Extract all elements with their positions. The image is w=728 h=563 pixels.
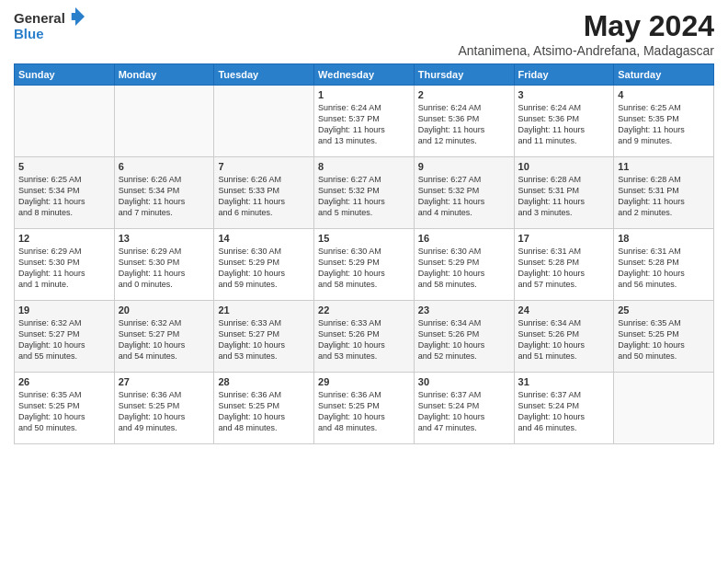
calendar-cell: 7Sunrise: 6:26 AM Sunset: 5:33 PM Daylig… <box>214 157 314 229</box>
day-number: 14 <box>218 233 310 244</box>
day-number: 18 <box>618 233 710 244</box>
day-info: Sunrise: 6:25 AM Sunset: 5:35 PM Dayligh… <box>618 102 710 147</box>
day-info: Sunrise: 6:35 AM Sunset: 5:25 PM Dayligh… <box>618 317 710 362</box>
day-number: 21 <box>218 304 310 316</box>
calendar-cell: 6Sunrise: 6:26 AM Sunset: 5:34 PM Daylig… <box>114 157 214 229</box>
day-number: 31 <box>518 376 610 387</box>
day-info: Sunrise: 6:27 AM Sunset: 5:32 PM Dayligh… <box>318 174 410 219</box>
calendar-cell: 18Sunrise: 6:31 AM Sunset: 5:28 PM Dayli… <box>614 229 714 301</box>
day-number: 25 <box>618 304 710 316</box>
svg-marker-1 <box>75 7 85 26</box>
day-info: Sunrise: 6:35 AM Sunset: 5:25 PM Dayligh… <box>18 389 110 434</box>
calendar-cell <box>114 86 214 157</box>
calendar-cell: 22Sunrise: 6:33 AM Sunset: 5:26 PM Dayli… <box>314 301 415 373</box>
day-info: Sunrise: 6:34 AM Sunset: 5:26 PM Dayligh… <box>418 317 510 362</box>
title-area: May 2024 Antanimena, Atsimo-Andrefana, M… <box>458 9 714 58</box>
day-info: Sunrise: 6:37 AM Sunset: 5:24 PM Dayligh… <box>418 389 510 434</box>
day-number: 22 <box>318 304 410 316</box>
calendar-cell: 16Sunrise: 6:30 AM Sunset: 5:29 PM Dayli… <box>414 229 514 301</box>
day-number: 10 <box>518 161 610 172</box>
day-number: 23 <box>418 304 510 316</box>
day-number: 30 <box>418 376 510 387</box>
calendar-cell: 31Sunrise: 6:37 AM Sunset: 5:24 PM Dayli… <box>514 373 614 444</box>
day-number: 19 <box>18 304 110 316</box>
month-year: May 2024 <box>458 9 714 43</box>
day-number: 9 <box>418 161 510 172</box>
day-info: Sunrise: 6:24 AM Sunset: 5:36 PM Dayligh… <box>518 102 610 147</box>
calendar-cell: 26Sunrise: 6:35 AM Sunset: 5:25 PM Dayli… <box>15 373 115 444</box>
day-info: Sunrise: 6:27 AM Sunset: 5:32 PM Dayligh… <box>418 174 510 219</box>
calendar-cell <box>214 86 314 157</box>
day-info: Sunrise: 6:33 AM Sunset: 5:27 PM Dayligh… <box>218 317 310 362</box>
day-info: Sunrise: 6:28 AM Sunset: 5:31 PM Dayligh… <box>518 174 610 219</box>
day-number: 2 <box>418 89 510 100</box>
location: Antanimena, Atsimo-Andrefana, Madagascar <box>458 43 714 58</box>
day-info: Sunrise: 6:29 AM Sunset: 5:30 PM Dayligh… <box>18 246 110 291</box>
day-info: Sunrise: 6:36 AM Sunset: 5:25 PM Dayligh… <box>119 389 210 434</box>
logo-blue: Blue <box>14 26 44 41</box>
day-number: 6 <box>119 161 210 172</box>
calendar-cell <box>15 86 115 157</box>
calendar-cell: 30Sunrise: 6:37 AM Sunset: 5:24 PM Dayli… <box>414 373 514 444</box>
day-info: Sunrise: 6:32 AM Sunset: 5:27 PM Dayligh… <box>18 317 110 362</box>
calendar-table: Sunday Monday Tuesday Wednesday Thursday… <box>14 63 714 444</box>
calendar-cell: 27Sunrise: 6:36 AM Sunset: 5:25 PM Dayli… <box>114 373 214 444</box>
day-number: 28 <box>218 376 310 387</box>
calendar-cell: 10Sunrise: 6:28 AM Sunset: 5:31 PM Dayli… <box>514 157 614 229</box>
day-info: Sunrise: 6:29 AM Sunset: 5:30 PM Dayligh… <box>119 246 210 291</box>
day-number: 5 <box>18 161 110 172</box>
day-number: 16 <box>418 233 510 244</box>
calendar-week-5: 26Sunrise: 6:35 AM Sunset: 5:25 PM Dayli… <box>15 373 714 444</box>
day-number: 27 <box>119 376 210 387</box>
calendar-cell: 8Sunrise: 6:27 AM Sunset: 5:32 PM Daylig… <box>314 157 415 229</box>
day-number: 17 <box>518 233 610 244</box>
day-number: 13 <box>119 233 210 244</box>
day-number: 8 <box>318 161 410 172</box>
calendar-cell: 17Sunrise: 6:31 AM Sunset: 5:28 PM Dayli… <box>514 229 614 301</box>
day-info: Sunrise: 6:28 AM Sunset: 5:31 PM Dayligh… <box>618 174 710 219</box>
calendar-week-4: 19Sunrise: 6:32 AM Sunset: 5:27 PM Dayli… <box>15 301 714 373</box>
header-tuesday: Tuesday <box>214 64 314 86</box>
day-info: Sunrise: 6:33 AM Sunset: 5:26 PM Dayligh… <box>318 317 410 362</box>
header-saturday: Saturday <box>614 64 714 86</box>
calendar-cell: 12Sunrise: 6:29 AM Sunset: 5:30 PM Dayli… <box>15 229 115 301</box>
calendar-cell: 9Sunrise: 6:27 AM Sunset: 5:32 PM Daylig… <box>414 157 514 229</box>
header-monday: Monday <box>114 64 214 86</box>
calendar-cell: 1Sunrise: 6:24 AM Sunset: 5:37 PM Daylig… <box>314 86 415 157</box>
day-info: Sunrise: 6:37 AM Sunset: 5:24 PM Dayligh… <box>518 389 610 434</box>
calendar-cell: 23Sunrise: 6:34 AM Sunset: 5:26 PM Dayli… <box>414 301 514 373</box>
day-info: Sunrise: 6:26 AM Sunset: 5:34 PM Dayligh… <box>119 174 210 219</box>
calendar-week-3: 12Sunrise: 6:29 AM Sunset: 5:30 PM Dayli… <box>15 229 714 301</box>
day-info: Sunrise: 6:26 AM Sunset: 5:33 PM Dayligh… <box>218 174 310 219</box>
day-info: Sunrise: 6:36 AM Sunset: 5:25 PM Dayligh… <box>218 389 310 434</box>
calendar-week-2: 5Sunrise: 6:25 AM Sunset: 5:34 PM Daylig… <box>15 157 714 229</box>
day-info: Sunrise: 6:31 AM Sunset: 5:28 PM Dayligh… <box>518 246 610 291</box>
day-number: 26 <box>18 376 110 387</box>
day-number: 4 <box>618 89 710 100</box>
day-number: 15 <box>318 233 410 244</box>
header-sunday: Sunday <box>15 64 115 86</box>
header: General Blue May 2024 Antanimena, Atsimo… <box>14 9 714 58</box>
calendar-cell: 24Sunrise: 6:34 AM Sunset: 5:26 PM Dayli… <box>514 301 614 373</box>
header-friday: Friday <box>514 64 614 86</box>
day-info: Sunrise: 6:25 AM Sunset: 5:34 PM Dayligh… <box>18 174 110 219</box>
day-number: 29 <box>318 376 410 387</box>
calendar-cell: 21Sunrise: 6:33 AM Sunset: 5:27 PM Dayli… <box>214 301 314 373</box>
calendar-cell: 19Sunrise: 6:32 AM Sunset: 5:27 PM Dayli… <box>15 301 115 373</box>
day-info: Sunrise: 6:31 AM Sunset: 5:28 PM Dayligh… <box>618 246 710 291</box>
day-number: 11 <box>618 161 710 172</box>
calendar-cell <box>614 373 714 444</box>
calendar-cell: 5Sunrise: 6:25 AM Sunset: 5:34 PM Daylig… <box>15 157 115 229</box>
calendar-cell: 14Sunrise: 6:30 AM Sunset: 5:29 PM Dayli… <box>214 229 314 301</box>
header-wednesday: Wednesday <box>314 64 415 86</box>
calendar-cell: 4Sunrise: 6:25 AM Sunset: 5:35 PM Daylig… <box>614 86 714 157</box>
day-number: 24 <box>518 304 610 316</box>
weekday-header-row: Sunday Monday Tuesday Wednesday Thursday… <box>15 64 714 86</box>
calendar-cell: 29Sunrise: 6:36 AM Sunset: 5:25 PM Dayli… <box>314 373 415 444</box>
calendar-cell: 20Sunrise: 6:32 AM Sunset: 5:27 PM Dayli… <box>114 301 214 373</box>
logo-icon <box>66 7 85 26</box>
logo-general: General <box>14 10 65 26</box>
day-number: 20 <box>119 304 210 316</box>
day-info: Sunrise: 6:36 AM Sunset: 5:25 PM Dayligh… <box>318 389 410 434</box>
calendar-cell: 13Sunrise: 6:29 AM Sunset: 5:30 PM Dayli… <box>114 229 214 301</box>
